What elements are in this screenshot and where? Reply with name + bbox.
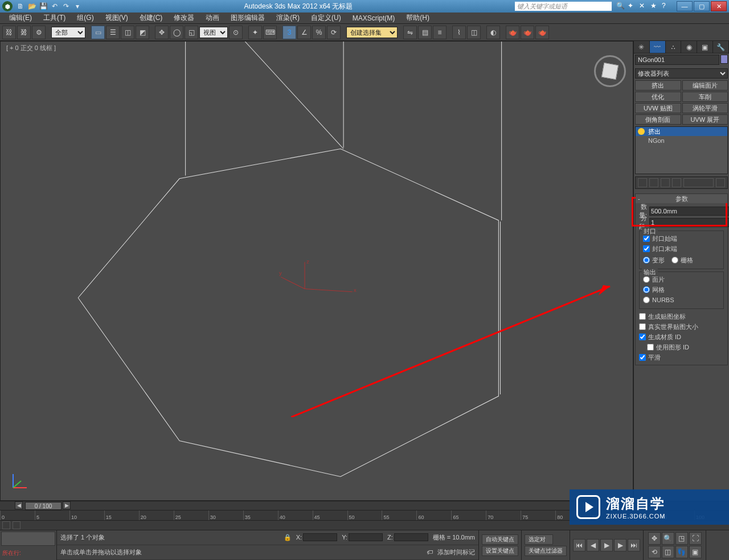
hierarchy-tab-icon[interactable]: ⛬	[666, 41, 682, 53]
exchange-icon[interactable]: ✕	[639, 2, 648, 11]
new-icon[interactable]: 🗎	[16, 2, 25, 11]
fov-icon[interactable]: ◳	[675, 532, 688, 545]
percent-snap-icon[interactable]: %	[312, 26, 326, 39]
add-time-tag[interactable]: 添加时间标记	[437, 548, 475, 557]
spinner-snap-icon[interactable]: ⟳	[327, 26, 341, 39]
gen-matid-checkbox[interactable]	[639, 333, 646, 340]
utilities-tab-icon[interactable]: 🔧	[713, 41, 729, 53]
goto-start-icon[interactable]: ⏮	[573, 539, 585, 551]
remove-mod-icon[interactable]	[672, 178, 681, 187]
angle-snap-icon[interactable]: ∠	[297, 26, 311, 39]
btn-editpatch[interactable]: 编辑面片	[682, 80, 728, 90]
link-icon[interactable]: ⛓	[2, 26, 16, 39]
patch-radio[interactable]	[643, 276, 650, 283]
qat-dropdown-icon[interactable]: ▾	[73, 2, 82, 11]
script-mini-listener[interactable]	[1, 532, 55, 546]
pan-icon[interactable]: ✥	[648, 532, 661, 545]
select-region-icon[interactable]: ◫	[121, 26, 134, 39]
snap-toggle-icon[interactable]: 3	[282, 26, 296, 39]
time-tag-icon[interactable]: 🏷	[427, 549, 433, 555]
btn-turbosmooth[interactable]: 涡轮平滑	[682, 103, 728, 113]
render-icon[interactable]: 🫖	[535, 26, 549, 39]
menu-modifiers[interactable]: 修改器	[168, 12, 200, 24]
unique-icon[interactable]	[661, 178, 670, 187]
configure-sets-icon[interactable]	[716, 178, 725, 187]
favorite-icon[interactable]: ★	[650, 2, 660, 11]
menu-rendering[interactable]: 渲染(R)	[271, 12, 305, 24]
gen-map-checkbox[interactable]	[639, 313, 646, 320]
smooth-checkbox[interactable]	[639, 354, 646, 361]
btn-uvwmap[interactable]: UVW 贴图	[635, 103, 681, 113]
pin-stack-icon[interactable]	[638, 178, 647, 187]
btn-lathe[interactable]: 车削	[682, 92, 728, 102]
schematic-icon[interactable]: ◫	[467, 26, 481, 39]
btn-optimize[interactable]: 优化	[635, 92, 681, 102]
close-button[interactable]: ✕	[711, 1, 727, 11]
y-coord-input[interactable]	[349, 533, 383, 541]
auto-key-button[interactable]: 自动关键点	[482, 534, 518, 545]
scale-icon[interactable]: ◱	[185, 26, 198, 39]
zoom-ext-icon[interactable]: ⛶	[689, 532, 702, 545]
menu-group[interactable]: 组(G)	[71, 12, 99, 24]
unlink-icon[interactable]: ⛓̸	[17, 26, 31, 39]
menu-views[interactable]: 视图(V)	[100, 12, 134, 24]
zoom-icon[interactable]: 🔍	[662, 532, 674, 545]
open-icon[interactable]: 📂	[27, 2, 36, 11]
next-frame-icon[interactable]: ▶	[63, 501, 71, 509]
modifier-stack[interactable]: 挤出 NGon	[635, 126, 728, 174]
display-tab-icon[interactable]: ▣	[697, 41, 713, 53]
menu-customize[interactable]: 自定义(U)	[305, 12, 347, 24]
z-coord-input[interactable]	[394, 533, 428, 541]
lock-icon[interactable]: 🔒	[284, 534, 292, 541]
segs-spinner[interactable]: ▲▼	[649, 218, 729, 227]
motion-tab-icon[interactable]: ◉	[681, 41, 697, 53]
render-setup-icon[interactable]: 🫖	[506, 26, 519, 39]
cap-start-checkbox[interactable]	[643, 235, 650, 242]
modifier-list-dropdown[interactable]: 修改器列表	[635, 68, 728, 79]
rotate-icon[interactable]: ◯	[170, 26, 183, 39]
search-icon[interactable]: 🔍	[616, 2, 625, 11]
key-selected-dropdown[interactable]: 选定对	[525, 534, 553, 545]
menu-maxscript[interactable]: MAXScript(M)	[347, 13, 401, 23]
amount-spinner[interactable]: ▲▼	[649, 207, 729, 216]
time-slider-handle[interactable]: 0 / 100	[25, 502, 62, 510]
stack-item-extrude[interactable]: 挤出	[636, 127, 727, 136]
show-end-icon[interactable]	[649, 178, 658, 187]
pivot-icon[interactable]: ⊙	[229, 26, 243, 39]
menu-help[interactable]: 帮助(H)	[400, 12, 435, 24]
ref-coord-dropdown[interactable]: 视图	[199, 27, 228, 38]
render-frame-icon[interactable]: 🫖	[521, 26, 534, 39]
key-filters-button[interactable]: 关键点过滤器	[525, 546, 567, 556]
curve-editor-icon[interactable]: ⌇	[452, 26, 466, 39]
layers-icon[interactable]: ≡	[433, 26, 447, 39]
next-key-icon[interactable]: ▶	[614, 539, 626, 551]
bulb-icon[interactable]	[638, 128, 645, 135]
selection-filter-dropdown[interactable]: 全部	[51, 27, 85, 38]
keyboard-icon[interactable]: ⌨	[263, 26, 277, 39]
help-icon[interactable]: ?	[662, 2, 671, 11]
menu-edit[interactable]: 编辑(E)	[3, 12, 38, 24]
prev-key-icon[interactable]: ◀	[587, 539, 599, 551]
morph-radio[interactable]	[643, 257, 650, 263]
menu-animation[interactable]: 动画	[200, 12, 225, 24]
menu-create[interactable]: 创建(C)	[134, 12, 169, 24]
minmax-icon[interactable]: ▣	[689, 546, 702, 558]
play-icon[interactable]: ▶	[600, 539, 613, 551]
mesh-radio[interactable]	[643, 286, 650, 293]
undo-icon[interactable]: ↶	[50, 2, 59, 11]
x-coord-input[interactable]	[303, 533, 337, 541]
help-search-input[interactable]: 键入关键字或短语	[515, 2, 612, 11]
prev-frame-icon[interactable]: ◀	[15, 501, 23, 509]
material-editor-icon[interactable]: ◐	[486, 26, 500, 39]
subscription-icon[interactable]: ✦	[628, 2, 637, 11]
select-name-icon[interactable]: ☰	[106, 26, 120, 39]
window-crossing-icon[interactable]: ◩	[136, 26, 149, 39]
btn-uvwunwrap[interactable]: UVW 展开	[682, 114, 728, 125]
align-icon[interactable]: ▤	[418, 26, 432, 39]
move-icon[interactable]: ✥	[155, 26, 169, 39]
cap-end-checkbox[interactable]	[643, 245, 650, 252]
grid-radio[interactable]	[671, 257, 678, 263]
use-shapeid-checkbox[interactable]	[647, 344, 654, 351]
real-world-checkbox[interactable]	[639, 323, 646, 330]
save-icon[interactable]: 💾	[39, 2, 48, 11]
